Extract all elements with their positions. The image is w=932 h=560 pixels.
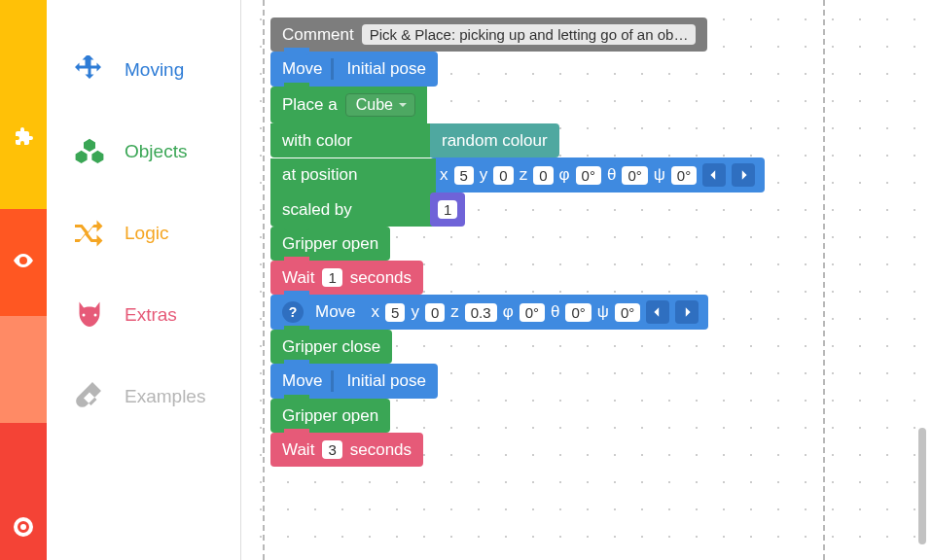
pos-theta[interactable]: 0° [622, 166, 647, 185]
with-color-row: with color [270, 123, 436, 158]
block-notch [284, 48, 309, 55]
pos-x[interactable]: 5 [385, 303, 405, 322]
block-notch [284, 429, 309, 437]
toolbox-label: Logic [125, 223, 168, 244]
move-position-block[interactable]: x5 y0 z0.3 φ0° θ0° ψ0° [362, 295, 709, 330]
toolbox-category-examples[interactable]: Examples [47, 356, 240, 438]
pos-z[interactable]: 0 [533, 166, 553, 185]
block-comment[interactable]: Comment Pick & Place: picking up and let… [270, 18, 707, 52]
block-wait-2[interactable]: Wait 3 seconds [270, 433, 423, 467]
left-rail: . [0, 0, 47, 560]
blockly-workspace[interactable]: Comment Pick & Place: picking up and let… [241, 0, 932, 560]
wait-value[interactable]: 1 [322, 268, 341, 287]
rail-segment-view[interactable] [0, 209, 47, 316]
move-target[interactable]: Initial pose [347, 59, 426, 79]
life-ring-icon [12, 515, 35, 542]
block-notch [284, 360, 309, 368]
scale-value[interactable]: 1 [438, 200, 457, 219]
toolbox-label: Moving [125, 59, 184, 81]
pos-x[interactable]: 5 [454, 166, 474, 185]
toolbox-category-logic[interactable]: Logic [47, 192, 240, 274]
pos-z[interactable]: 0.3 [465, 303, 497, 322]
cubes-icon [72, 134, 107, 169]
pos-y[interactable]: 0 [425, 303, 445, 322]
rail-segment-preview[interactable]: . [0, 316, 47, 423]
toolbox-label: Examples [125, 386, 205, 407]
block-place-object[interactable]: Place a Cube with color random colour at… [270, 87, 765, 227]
block-notch [284, 257, 309, 264]
color-slot[interactable]: random colour [430, 123, 559, 158]
block-notch [284, 223, 309, 230]
toolbox-label: Objects [125, 141, 187, 162]
cat-icon [72, 298, 107, 332]
move-target-socket [331, 370, 340, 392]
block-gripper-open-2[interactable]: Gripper open [270, 399, 390, 433]
toolbox-category-extras[interactable]: Extras [47, 274, 240, 356]
block-gripper-close[interactable]: Gripper close [270, 330, 392, 364]
block-wait-1[interactable]: Wait 1 seconds [270, 261, 423, 295]
comment-text[interactable]: Pick & Place: picking up and letting go … [362, 24, 697, 45]
comment-label: Comment [282, 25, 354, 45]
block-move-initial-1[interactable]: Move Initial pose [270, 52, 438, 87]
block-notch [284, 291, 309, 298]
pos-y[interactable]: 0 [493, 166, 513, 185]
block-notch [284, 395, 309, 402]
move-icon [72, 52, 107, 88]
pos-phi[interactable]: 0° [520, 303, 545, 322]
pos-phi[interactable]: 0° [576, 166, 601, 185]
position-block[interactable]: x5 y0 z0 φ0° θ0° ψ0° [430, 158, 765, 192]
move-label: Move [282, 59, 323, 79]
toolbox-label: Extras [125, 304, 177, 326]
color-value: random colour [442, 131, 548, 151]
block-gripper-open-1[interactable]: Gripper open [270, 227, 390, 261]
block-notch [284, 326, 309, 333]
test-tube-icon [72, 379, 107, 414]
prev-icon[interactable] [702, 163, 726, 187]
eye-icon [12, 249, 35, 276]
next-icon[interactable] [732, 163, 755, 187]
pos-theta[interactable]: 0° [565, 303, 591, 322]
move-target-socket [331, 58, 340, 80]
pos-psi[interactable]: 0° [671, 166, 697, 185]
shuffle-icon [72, 216, 107, 251]
rail-segment-editor[interactable] [0, 0, 47, 209]
block-stack[interactable]: Comment Pick & Place: picking up and let… [270, 18, 765, 467]
prev-icon[interactable] [646, 300, 669, 324]
scale-slot[interactable]: 1 [430, 192, 465, 227]
toolbox-category-objects[interactable]: Objects [47, 111, 240, 192]
scrollbar-thumb[interactable] [918, 428, 926, 544]
vertical-scrollbar[interactable] [918, 10, 926, 550]
block-move-initial-2[interactable]: Move Initial pose [270, 364, 438, 399]
scaled-by-row: scaled by [270, 192, 436, 227]
rail-segment-help[interactable] [0, 423, 47, 560]
place-label: Place a [282, 95, 338, 115]
puzzle-icon [12, 57, 35, 153]
pos-psi[interactable]: 0° [615, 303, 640, 322]
shape-dropdown[interactable]: Cube [345, 93, 415, 117]
toolbox-category-moving[interactable]: Moving [47, 29, 240, 111]
block-move-coords[interactable]: ? Move x5 y0 z0.3 φ0° θ0° ψ0° [270, 295, 765, 330]
toolbox-panel: Moving Objects Logic Extras Examples [47, 0, 241, 560]
at-position-row: at position [270, 158, 436, 192]
block-notch [284, 83, 309, 90]
next-icon[interactable] [675, 300, 699, 324]
wait-value[interactable]: 3 [322, 440, 341, 459]
help-icon[interactable]: ? [282, 301, 304, 323]
